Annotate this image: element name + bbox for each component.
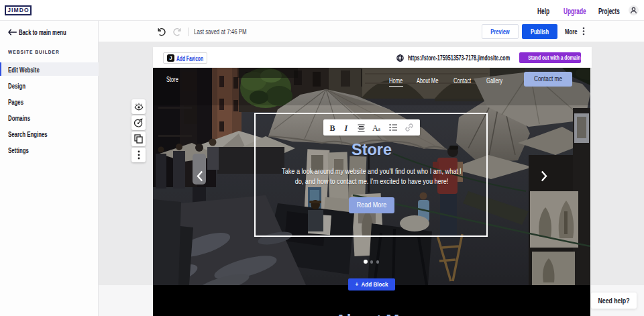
svg-text:B: B: [330, 123, 335, 132]
svg-text:a: a: [378, 125, 380, 132]
svg-text:I: I: [344, 123, 349, 132]
